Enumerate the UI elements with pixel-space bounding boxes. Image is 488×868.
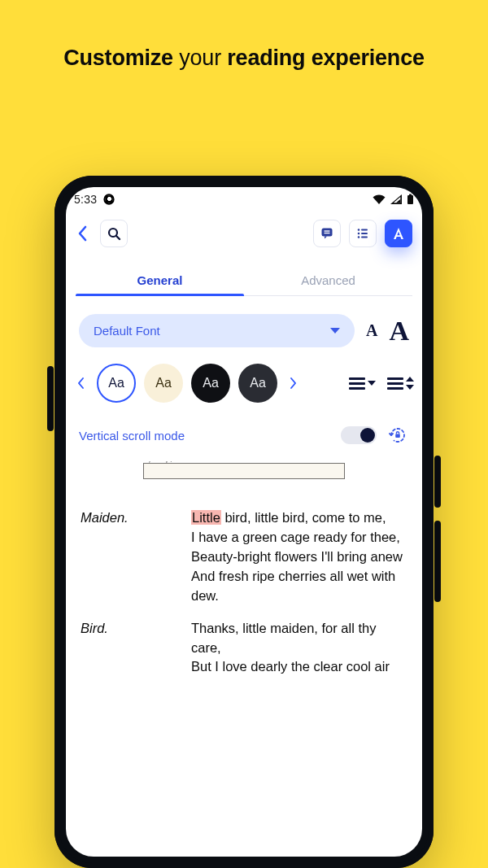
triangle-down-icon [406,385,414,390]
font-select-label: Default Font [94,324,160,338]
poem-line: I have a green cage ready for thee, [191,528,407,547]
phone-side-button [434,521,441,602]
battery-icon [407,194,414,205]
svg-rect-14 [395,434,400,438]
notes-button[interactable] [313,220,341,247]
chevron-down-icon [330,328,340,334]
svg-point-9 [358,233,360,235]
svg-rect-13 [396,235,402,237]
tab-advanced[interactable]: Advanced [244,267,412,295]
illustration-divider: o'gourd-jar~ [138,458,350,484]
statusbar: 5:33 [66,187,422,212]
svg-rect-0 [407,195,413,204]
theme-row: Aa Aa Aa Aa [66,351,422,406]
svg-rect-10 [361,233,368,234]
theme-dim[interactable]: Aa [238,364,277,403]
svg-point-7 [358,229,360,231]
theme-dark[interactable]: Aa [191,364,230,403]
poem-line: But I love dearly the clear cool air [191,657,407,677]
triangle-up-icon [406,377,414,382]
poem-line: And fresh ripe cherries all wet with dew… [191,567,407,606]
speaker-label: Bird. [81,619,170,678]
svg-rect-4 [322,229,333,237]
wifi-icon [373,194,386,204]
reader-content: Maiden. Little bird, little bird, come t… [66,484,422,677]
svg-line-3 [116,236,120,239]
phone-screen: 5:33 [66,187,422,857]
svg-rect-8 [361,229,368,231]
line-height-icon [349,377,365,390]
phone-side-button [434,456,441,508]
reader-toolbar [66,212,422,252]
search-button[interactable] [100,220,128,247]
scroll-mode-toggle[interactable] [341,426,377,444]
line-height-icon [387,377,403,390]
scroll-mode-label: Vertical scroll mode [79,429,185,443]
font-row: Default Font A A [66,296,422,351]
svg-rect-1 [409,194,412,196]
phone-side-button [47,366,54,431]
scroll-mode-row: Vertical scroll mode [66,406,422,455]
settings-tabs: General Advanced [76,267,412,296]
back-button[interactable] [74,222,92,245]
poem-line: Beauty-bright flowers I'll bring anew [191,547,407,567]
line-height-decrease[interactable] [349,377,376,390]
signal-icon [390,194,402,204]
chevron-left-icon[interactable] [74,377,89,389]
theme-sepia[interactable]: Aa [144,364,183,403]
highlighted-word[interactable]: Little [191,510,221,525]
svg-point-11 [358,236,360,238]
rotation-lock-button[interactable] [386,424,409,447]
statusbar-time: 5:33 [74,193,97,206]
stanza: Maiden. Little bird, little bird, come t… [81,508,407,606]
line-height-increase[interactable] [387,377,414,390]
tab-general[interactable]: General [76,267,244,295]
font-size-decrease[interactable]: A [366,321,377,340]
font-size-increase[interactable]: A [389,317,409,345]
svg-rect-12 [361,237,368,238]
speaker-label: Maiden. [81,508,170,606]
promo-headline: Customize your reading experience [0,46,488,71]
poem-line: Little bird, little bird, come to me, [191,508,407,528]
poem-line: Thanks, little maiden, for all thy care, [191,619,407,658]
statusbar-app-icon [104,194,115,204]
chevron-right-icon[interactable] [285,377,300,389]
stanza-lines: Thanks, little maiden, for all thy care,… [191,619,407,678]
stanza-lines: Little bird, little bird, come to me, I … [191,508,407,606]
font-select[interactable]: Default Font [79,314,355,347]
appearance-button[interactable] [385,220,412,247]
stanza: Bird. Thanks, little maiden, for all thy… [81,619,407,678]
phone-frame: 5:33 [54,176,434,868]
theme-white[interactable]: Aa [97,364,136,403]
toc-button[interactable] [349,220,377,247]
triangle-down-icon [368,381,376,386]
